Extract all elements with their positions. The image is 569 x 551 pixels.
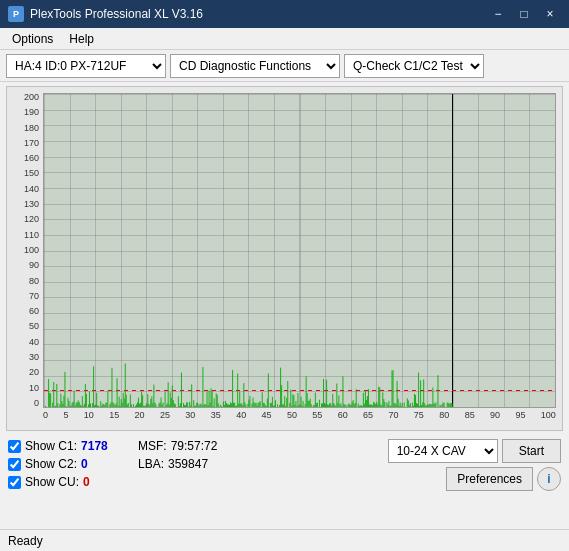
svg-rect-20 [71, 406, 72, 407]
svg-rect-129 [197, 403, 198, 407]
c1-checkbox[interactable] [8, 440, 21, 453]
c2-value: 0 [81, 457, 88, 471]
info-button[interactable]: i [537, 467, 561, 491]
svg-rect-174 [247, 404, 248, 407]
drive-select[interactable]: HA:4 ID:0 PX-712UF [6, 54, 166, 78]
svg-rect-172 [244, 402, 245, 407]
svg-rect-135 [203, 405, 204, 407]
x-label: 10 [84, 410, 94, 428]
svg-rect-36 [88, 404, 89, 407]
svg-rect-315 [408, 400, 409, 407]
svg-rect-249 [334, 405, 335, 407]
svg-rect-263 [350, 405, 351, 407]
svg-rect-99 [161, 398, 162, 407]
svg-rect-29 [80, 405, 81, 407]
svg-rect-279 [367, 396, 368, 407]
svg-rect-61 [117, 378, 118, 407]
svg-rect-303 [393, 370, 394, 407]
msf-lba-info: MSF: 79:57:72 LBA: 359847 [138, 439, 258, 471]
svg-rect-177 [251, 404, 252, 407]
test-select[interactable]: Q-Check C1/C2 Test [344, 54, 484, 78]
svg-rect-113 [178, 396, 179, 407]
cav-select[interactable]: 10-24 X CAV4-8 X CAV1-4 X CAV [388, 439, 498, 463]
svg-rect-14 [63, 396, 64, 407]
svg-rect-207 [286, 398, 287, 407]
svg-rect-8 [56, 384, 57, 407]
svg-rect-311 [401, 406, 402, 407]
y-label: 200 [24, 93, 39, 102]
svg-rect-261 [348, 404, 349, 407]
svg-rect-211 [291, 405, 292, 407]
svg-rect-189 [265, 405, 266, 407]
svg-rect-351 [450, 403, 451, 407]
maximize-button[interactable]: □ [513, 5, 535, 23]
c1-row: Show C1: 7178 [8, 439, 128, 453]
svg-rect-229 [311, 404, 312, 407]
c2-checkbox[interactable] [8, 458, 21, 471]
cav-start-row: 10-24 X CAV4-8 X CAV1-4 X CAV Start [388, 439, 561, 463]
y-label: 60 [29, 307, 39, 316]
svg-rect-326 [420, 380, 421, 407]
svg-rect-176 [249, 396, 250, 407]
c2-label: Show C2: [25, 457, 77, 471]
svg-rect-19 [70, 406, 71, 407]
x-label: 35 [211, 410, 221, 428]
lba-row: LBA: 359847 [138, 457, 258, 471]
svg-rect-250 [335, 406, 336, 407]
svg-rect-258 [343, 404, 344, 407]
svg-rect-160 [232, 370, 233, 407]
cu-checkbox[interactable] [8, 476, 21, 489]
svg-rect-128 [196, 403, 197, 407]
preferences-button[interactable]: Preferences [446, 467, 533, 491]
window-controls: − □ × [487, 5, 561, 23]
svg-rect-338 [432, 388, 433, 407]
svg-rect-321 [415, 395, 416, 407]
svg-rect-75 [133, 404, 134, 407]
svg-rect-57 [112, 402, 113, 407]
svg-rect-2 [49, 393, 50, 407]
svg-rect-280 [368, 389, 369, 407]
svg-rect-215 [295, 401, 296, 407]
svg-rect-102 [165, 392, 166, 407]
svg-rect-4 [52, 403, 53, 407]
svg-rect-171 [243, 383, 244, 407]
chart-container: 2001901801701601501401301201101009080706… [6, 86, 563, 431]
lba-label: LBA: [138, 457, 164, 471]
svg-rect-51 [105, 403, 106, 407]
svg-rect-22 [73, 402, 74, 407]
x-label: 70 [388, 410, 398, 428]
help-menu[interactable]: Help [61, 30, 102, 48]
svg-rect-299 [388, 401, 389, 407]
lba-value: 359847 [168, 457, 208, 471]
svg-rect-291 [379, 387, 380, 407]
cu-row: Show CU: 0 [8, 475, 128, 489]
function-select[interactable]: CD Diagnostic Functions [170, 54, 340, 78]
minimize-button[interactable]: − [487, 5, 509, 23]
start-button[interactable]: Start [502, 439, 561, 463]
svg-rect-287 [375, 404, 376, 407]
svg-rect-218 [298, 405, 299, 407]
svg-rect-67 [123, 393, 124, 407]
y-label: 50 [29, 322, 39, 331]
svg-rect-159 [231, 403, 232, 407]
statusbar: Ready [0, 529, 569, 551]
svg-rect-239 [324, 403, 325, 407]
svg-rect-133 [201, 405, 202, 407]
svg-rect-121 [187, 402, 188, 407]
options-menu[interactable]: Options [4, 30, 61, 48]
svg-rect-191 [267, 399, 268, 407]
svg-rect-158 [230, 402, 231, 407]
svg-rect-105 [168, 382, 169, 407]
svg-rect-193 [270, 403, 271, 407]
svg-rect-256 [341, 406, 342, 407]
svg-rect-74 [131, 404, 132, 407]
svg-rect-208 [287, 381, 288, 407]
y-label: 10 [29, 384, 39, 393]
y-label: 180 [24, 124, 39, 133]
close-button[interactable]: × [539, 5, 561, 23]
svg-rect-305 [395, 403, 396, 407]
svg-rect-292 [380, 404, 381, 407]
svg-rect-101 [163, 403, 164, 407]
svg-rect-190 [266, 406, 267, 407]
svg-rect-251 [336, 384, 337, 407]
